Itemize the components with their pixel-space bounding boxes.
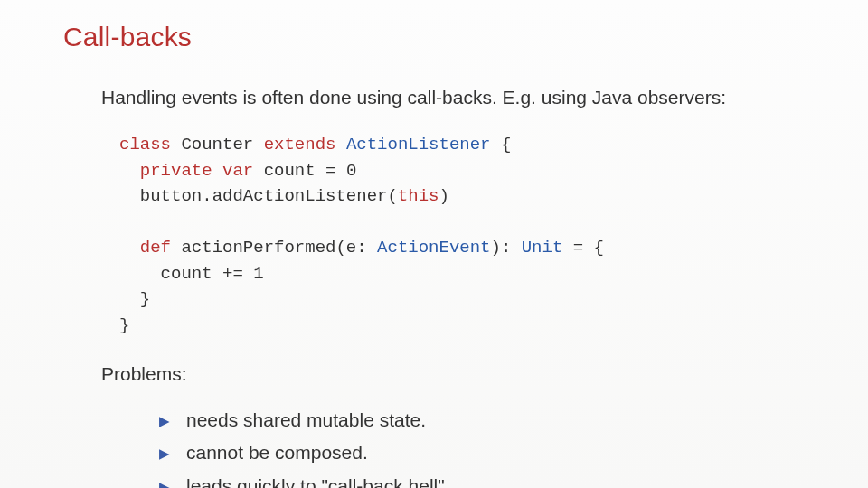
bullet-list: ▶ needs shared mutable state. ▶ cannot b… [159, 407, 805, 488]
code-text: } [140, 289, 150, 309]
code-text: = { [562, 238, 604, 258]
list-item: ▶ cannot be composed. [159, 439, 805, 466]
code-kw: var [222, 161, 253, 181]
list-item: ▶ needs shared mutable state. [159, 407, 805, 434]
code-text: button.addActionListener( [140, 186, 398, 206]
bullet-icon: ▶ [159, 444, 170, 464]
code-block: class Counter extends ActionListener { p… [119, 132, 805, 338]
intro-text: Handling events is often done using call… [101, 87, 805, 108]
code-text: count = 0 [253, 161, 356, 181]
code-kw: private [140, 161, 212, 181]
code-type: Unit [522, 238, 563, 258]
bullet-icon: ▶ [159, 411, 170, 431]
code-text: ): [491, 238, 522, 258]
bullet-text: cannot be composed. [186, 439, 368, 466]
code-text: { [491, 135, 512, 155]
bullet-icon: ▶ [159, 477, 170, 488]
code-text: } [119, 315, 129, 335]
list-item: ▶ leads quickly to "call-back hell". [159, 473, 805, 488]
code-type: ActionListener [346, 135, 491, 155]
code-kw: extends [264, 135, 336, 155]
code-text: actionPerformed(e: [171, 238, 377, 258]
code-text [212, 161, 222, 181]
bullet-text: needs shared mutable state. [186, 407, 426, 434]
code-text: ) [439, 186, 448, 206]
code-kw: def [140, 238, 171, 258]
code-kw: class [119, 135, 171, 155]
code-kw: this [398, 186, 439, 206]
slide-container: Call-backs Handling events is often done… [0, 0, 868, 488]
bullet-text: leads quickly to "call-back hell". [186, 473, 450, 488]
code-text: count += 1 [161, 264, 264, 284]
code-type: ActionEvent [377, 238, 490, 258]
code-text: Counter [171, 135, 264, 155]
problems-label: Problems: [101, 363, 805, 385]
slide-title: Call-backs [63, 22, 805, 52]
code-text [335, 135, 345, 155]
